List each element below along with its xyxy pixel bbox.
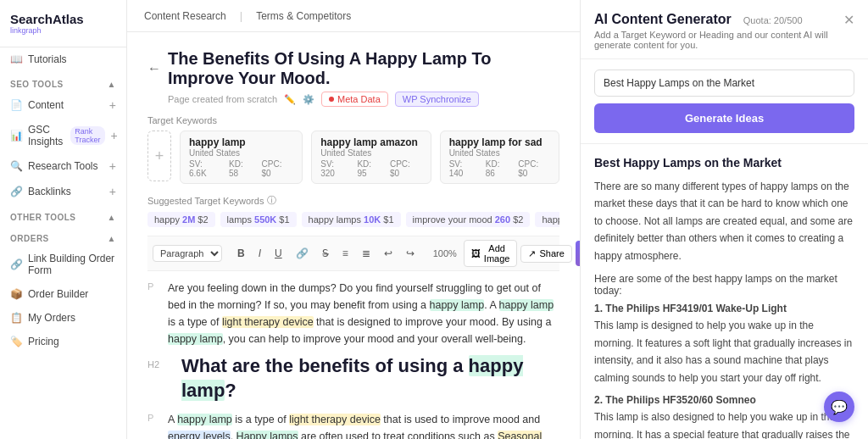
editor-para-1: P Are you feeling down in the dumps? Do …	[147, 280, 559, 347]
wp-sync-button[interactable]: WP Synchronize	[395, 92, 479, 107]
editor-container: ← The Benefits Of Using A Happy Lamp To …	[127, 32, 580, 439]
chart-icon: 📊	[10, 130, 22, 142]
ai-panel-description: Add a Target Keyword or Heading and our …	[594, 30, 843, 50]
sidebar-item-my-orders[interactable]: 📋 My Orders	[0, 306, 126, 330]
sidebar-item-content[interactable]: 📄 Content +	[0, 92, 126, 118]
settings-icon[interactable]: ⚙️	[303, 94, 314, 105]
ordered-list-button[interactable]: ≣	[357, 245, 376, 262]
main-content: Content Research | Terms & Competitors ←…	[127, 0, 580, 439]
ai-panel: AI Content Generator Quota: 20/500 Add a…	[580, 0, 868, 439]
sug-tag-3[interactable]: improve your mood 260 $2	[406, 212, 531, 227]
add-keyword-button[interactable]: +	[147, 131, 171, 181]
suggested-label: Suggested Target Keywords ⓘ	[147, 194, 559, 207]
ai-keyword-input[interactable]	[594, 69, 854, 97]
plus-icon-gsc[interactable]: +	[111, 129, 118, 142]
sug-tag-1[interactable]: lamps 550K $1	[220, 212, 297, 227]
plus-icon-research[interactable]: +	[109, 159, 116, 173]
tag-icon: 🏷️	[10, 336, 22, 347]
box-icon: 📦	[10, 288, 22, 300]
nav-content-research[interactable]: Content Research	[144, 10, 226, 22]
back-button[interactable]: ←	[147, 61, 161, 76]
redo-button[interactable]: ↪	[401, 245, 420, 262]
edit-icon[interactable]: ✏️	[284, 94, 296, 105]
unordered-list-button[interactable]: ≡	[337, 245, 353, 262]
sidebar-label-tutorials: Tutorials	[28, 53, 67, 65]
other-tools-header[interactable]: OthER Tools ▲	[0, 204, 126, 225]
share-icon: ↗	[528, 248, 536, 259]
plus-icon-content[interactable]: +	[109, 98, 116, 112]
seo-tools-label: SEO TOOLS	[10, 80, 64, 89]
h2-heading[interactable]: What are the benefits of using a happy l…	[181, 354, 559, 403]
article-meta: Page created from scratch ✏️ ⚙️ Meta Dat…	[147, 92, 559, 107]
link-button[interactable]: 🔗	[291, 245, 314, 262]
logo: SearchAtlas linkgraph	[0, 0, 126, 47]
close-ai-panel-button[interactable]: ✕	[843, 12, 854, 28]
sug-tag-4[interactable]: happy light 15K $1	[535, 212, 559, 227]
add-image-button[interactable]: 🖼 Add Image	[464, 240, 518, 267]
sidebar-item-link-building[interactable]: 🔗 Link Building Order Form	[0, 247, 126, 282]
kw-name-0: happy lamp	[189, 136, 293, 148]
sidebar: SearchAtlas linkgraph 📖 Tutorials SEO TO…	[0, 0, 127, 439]
info-icon: ⓘ	[267, 194, 276, 207]
meta-data-button[interactable]: Meta Data	[321, 92, 388, 107]
nav-terms-competitors[interactable]: Terms & Competitors	[256, 10, 351, 22]
toolbar-right: 🖼 Add Image ↗ Share AI C...	[464, 240, 580, 267]
link-icon: 🔗	[10, 186, 22, 197]
kw-country-2: United States	[449, 148, 550, 158]
keyword-card-1: happy lamp amazon United States SV: 320 …	[311, 131, 431, 184]
plus-icon-backlinks[interactable]: +	[109, 185, 116, 198]
keywords-section: Target Keywords + happy lamp United Stat…	[147, 115, 559, 184]
chat-bubble-button[interactable]: 💬	[824, 392, 854, 422]
para-text-1[interactable]: Are you feeling down in the dumps? Do yo…	[168, 280, 559, 347]
sidebar-label-gsc: GSC Insights	[28, 124, 63, 147]
sidebar-label-research: Research Tools	[28, 160, 98, 172]
sug-tag-0[interactable]: happy 2M $2	[147, 212, 215, 227]
orders-header[interactable]: ORDERS ▲	[0, 225, 126, 247]
link-building-icon: 🔗	[10, 258, 22, 270]
seo-tools-header[interactable]: SEO TOOLS ▲	[0, 71, 126, 92]
h2-row: H2 What are the benefits of using a happ…	[147, 354, 559, 403]
ai-list-header: Here are some of the best happy lamps on…	[594, 273, 854, 297]
para-marker-2: P	[147, 411, 159, 423]
sidebar-label-backlinks: Backlinks	[28, 186, 71, 197]
kw-stats-2: SV: 140 KD: 86 CPC: $0	[449, 159, 550, 178]
kw-name-2: happy lamp for sad	[449, 136, 550, 148]
page-source: Page created from scratch	[168, 94, 277, 104]
generate-ideas-button[interactable]: Generate Ideas	[594, 103, 854, 133]
sidebar-label-pricing: Pricing	[28, 336, 59, 347]
underline-button[interactable]: U	[270, 245, 287, 262]
ai-list-item-1: 2. The Philips HF3520/60 Somneo This lam…	[594, 392, 854, 439]
strikethrough-button[interactable]: S̶	[317, 245, 334, 262]
undo-button[interactable]: ↩	[379, 245, 398, 262]
red-dot-icon	[329, 97, 334, 102]
zoom-level: 100%	[430, 248, 460, 258]
rank-tracker-badge: Rank Tracker	[70, 126, 104, 145]
sidebar-item-order-builder[interactable]: 📦 Order Builder	[0, 282, 126, 306]
kw-name-1: happy lamp amazon	[320, 136, 421, 148]
bold-button[interactable]: B	[232, 245, 250, 262]
toolbar: Paragraph B I U 🔗 S̶ ≡ ≣ ↩ ↪ 100% 🖼 Add …	[147, 236, 559, 271]
nav-separator: |	[240, 9, 242, 22]
sidebar-item-research[interactable]: 🔍 Research Tools +	[0, 153, 126, 179]
file-icon: 📄	[10, 99, 22, 111]
sidebar-item-tutorials[interactable]: 📖 Tutorials	[0, 47, 126, 71]
editor-content[interactable]: P Are you feeling down in the dumps? Do …	[147, 271, 559, 439]
sidebar-item-gsc[interactable]: 📊 GSC Insights Rank Tracker +	[0, 118, 126, 153]
article-title: The Benefits Of Using A Happy Lamp To Im…	[168, 49, 559, 88]
para-text-2[interactable]: A happy lamp is a type of light therapy …	[168, 411, 559, 439]
sidebar-item-pricing[interactable]: 🏷️ Pricing	[0, 330, 126, 353]
keyword-card-0: happy lamp United States SV: 6.6K KD: 58…	[180, 131, 303, 184]
top-nav: Content Research | Terms & Competitors	[127, 0, 580, 32]
italic-button[interactable]: I	[253, 245, 266, 262]
kw-country-0: United States	[189, 148, 293, 158]
app-sub: linkgraph	[10, 26, 116, 35]
chevron-up-icon: ▲	[108, 80, 116, 89]
other-tools-label: OthER Tools	[10, 213, 76, 222]
ai-panel-header: AI Content Generator Quota: 20/500 Add a…	[581, 0, 868, 59]
ai-list-item-0: 1. The Philips HF3419/01 Wake-Up Light T…	[594, 300, 854, 386]
sidebar-item-backlinks[interactable]: 🔗 Backlinks +	[0, 179, 126, 204]
paragraph-select[interactable]: Paragraph	[153, 245, 222, 262]
sug-tag-2[interactable]: happy lamps 10K $1	[302, 212, 401, 227]
share-button[interactable]: ↗ Share	[520, 245, 571, 263]
chevron-up-icon-other: ▲	[108, 213, 116, 222]
